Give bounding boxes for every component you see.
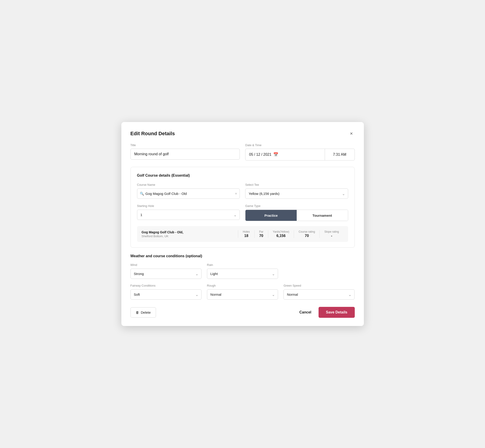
course-name-input-wrap: 🔍 × — [137, 189, 240, 199]
course-name-sub: Shelford Bottom, UK — [142, 234, 238, 238]
rain-group: Rain NoneLightModerateHeavy ⌄ — [207, 263, 278, 279]
footer-row: 🗑 Delete Cancel Save Details — [130, 307, 355, 318]
title-field-group: Title — [130, 144, 240, 160]
footer-right: Cancel Save Details — [298, 307, 355, 318]
fairway-rough-green-row: Fairway Conditions DryNormalSoftWet ⌄ Ro… — [130, 283, 355, 300]
game-type-label: Game Type — [245, 204, 260, 208]
search-icon: 🔍 — [140, 192, 144, 196]
course-name-main: Gog Magog Golf Club - Old, — [142, 230, 238, 234]
delete-label: Delete — [141, 311, 151, 314]
modal-title: Edit Round Details — [130, 131, 175, 136]
course-name-group: Course Name 🔍 × — [137, 183, 240, 199]
wind-select-wrap: CalmLightModerateStrongVery Strong ⌄ — [130, 269, 202, 279]
tournament-toggle-button[interactable]: Tournament — [297, 210, 348, 221]
rain-select-wrap: NoneLightModerateHeavy ⌄ — [207, 269, 278, 279]
trash-icon: 🗑 — [136, 311, 139, 314]
course-info-bar: Gog Magog Golf Club - Old, Shelford Bott… — [137, 226, 348, 242]
date-value: 05 / 12 / 2021 — [249, 152, 271, 157]
title-input[interactable] — [130, 149, 240, 160]
starting-hole-group: Starting Hole 1234 5678 910 ⌄ — [137, 204, 240, 221]
rough-dropdown[interactable]: ShortNormalLongVery Long — [207, 289, 278, 300]
slope-rating-stat: Slope rating - — [319, 230, 343, 238]
wind-label: Wind — [130, 263, 137, 267]
weather-section: Weather and course conditions (optional)… — [130, 254, 355, 300]
modal-header: Edit Round Details × — [130, 130, 355, 137]
golf-course-section-title: Golf Course details (Essential) — [137, 174, 348, 177]
datetime-label: Date & Time — [245, 144, 355, 147]
holes-stat: Holes 18 — [238, 230, 254, 238]
title-label: Title — [130, 144, 240, 147]
course-name-label: Course Name — [137, 183, 155, 186]
wind-rain-row: Wind CalmLightModerateStrongVery Strong … — [130, 263, 355, 279]
edit-round-modal: Edit Round Details × Title Date & Time 0… — [121, 122, 364, 326]
yards-stat: Yards(Yellow) 6,156 — [268, 230, 294, 238]
delete-button[interactable]: 🗑 Delete — [130, 307, 156, 318]
save-button[interactable]: Save Details — [319, 307, 355, 318]
slope-rating-value: - — [331, 234, 332, 238]
weather-section-title: Weather and course conditions (optional) — [130, 254, 355, 258]
date-part[interactable]: 05 / 12 / 2021 📅 — [245, 149, 325, 160]
green-speed-group: Green Speed SlowNormalFastVery Fast ⌄ — [283, 283, 355, 300]
select-tee-group: Select Tee Yellow (6,156 yards) White Re… — [245, 183, 348, 199]
rough-label: Rough — [207, 284, 216, 287]
datetime-row: 05 / 12 / 2021 📅 7:31 AM — [245, 149, 355, 160]
starting-hole-label: Starting Hole — [137, 204, 154, 208]
calendar-icon: 📅 — [273, 152, 278, 157]
fairway-group: Fairway Conditions DryNormalSoftWet ⌄ — [130, 283, 202, 300]
golf-course-section: Golf Course details (Essential) Course N… — [130, 167, 355, 248]
course-rating-label: Course rating — [299, 230, 315, 233]
fairway-label: Fairway Conditions — [130, 284, 156, 287]
course-name-input[interactable] — [137, 189, 240, 199]
green-speed-dropdown[interactable]: SlowNormalFastVery Fast — [283, 289, 355, 300]
rough-group: Rough ShortNormalLongVery Long ⌄ — [207, 283, 278, 300]
starting-hole-dropdown[interactable]: 1234 5678 910 — [137, 210, 240, 220]
hole-gametype-row: Starting Hole 1234 5678 910 ⌄ Game Type … — [137, 204, 348, 221]
time-value: 7:31 AM — [333, 152, 346, 157]
rain-dropdown[interactable]: NoneLightModerateHeavy — [207, 269, 278, 279]
green-speed-label: Green Speed — [283, 284, 301, 287]
course-name-block: Gog Magog Golf Club - Old, Shelford Bott… — [142, 230, 238, 238]
datetime-field-group: Date & Time 05 / 12 / 2021 📅 7:31 AM — [245, 144, 355, 160]
course-rating-stat: Course rating 70 — [294, 230, 319, 238]
select-tee-wrap: Yellow (6,156 yards) White Red Blue ⌄ — [245, 189, 348, 199]
rough-select-wrap: ShortNormalLongVery Long ⌄ — [207, 289, 278, 300]
select-tee-label: Select Tee — [245, 183, 259, 186]
game-type-toggle: Practice Tournament — [245, 210, 348, 221]
game-type-group: Game Type Practice Tournament — [245, 204, 348, 221]
holes-value: 18 — [244, 234, 248, 238]
select-tee-dropdown[interactable]: Yellow (6,156 yards) White Red Blue — [245, 189, 348, 199]
close-button[interactable]: × — [348, 130, 355, 137]
green-speed-select-wrap: SlowNormalFastVery Fast ⌄ — [283, 289, 355, 300]
yards-label: Yards(Yellow) — [273, 230, 289, 233]
wind-dropdown[interactable]: CalmLightModerateStrongVery Strong — [130, 269, 202, 279]
starting-hole-wrap: 1234 5678 910 ⌄ — [137, 210, 240, 220]
course-tee-row: Course Name 🔍 × Select Tee Yellow (6,156… — [137, 183, 348, 199]
practice-toggle-button[interactable]: Practice — [245, 210, 297, 221]
slope-rating-label: Slope rating — [324, 230, 339, 233]
time-part[interactable]: 7:31 AM — [325, 149, 355, 160]
fairway-select-wrap: DryNormalSoftWet ⌄ — [130, 289, 202, 300]
yards-value: 6,156 — [276, 234, 285, 238]
top-fields: Title Date & Time 05 / 12 / 2021 📅 7:31 … — [130, 144, 355, 160]
rain-label: Rain — [207, 263, 213, 267]
fairway-dropdown[interactable]: DryNormalSoftWet — [130, 289, 202, 300]
par-label: Par — [259, 230, 263, 233]
holes-label: Holes — [243, 230, 250, 233]
par-value: 70 — [259, 234, 263, 238]
course-rating-value: 70 — [305, 234, 309, 238]
cancel-button[interactable]: Cancel — [298, 307, 313, 317]
par-stat: Par 70 — [254, 230, 268, 238]
course-search-wrap: 🔍 × — [137, 189, 240, 199]
wind-group: Wind CalmLightModerateStrongVery Strong … — [130, 263, 202, 279]
clear-course-button[interactable]: × — [235, 192, 237, 196]
